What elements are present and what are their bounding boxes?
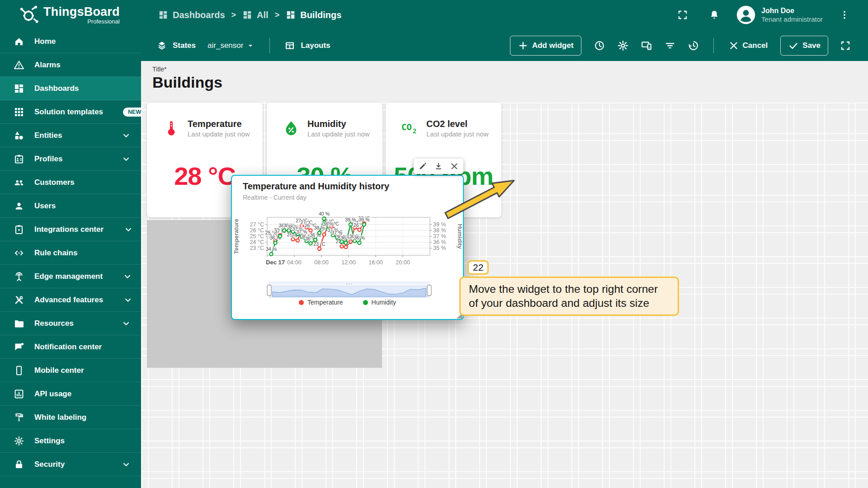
close-widget-button[interactable]: [448, 160, 461, 173]
svg-text:08:00: 08:00: [314, 259, 328, 266]
time-window-button[interactable]: [590, 36, 609, 56]
more-menu-button[interactable]: [835, 5, 854, 25]
sidebar-item-customers[interactable]: Customers: [0, 171, 141, 194]
add-widget-button[interactable]: Add widget: [510, 36, 581, 56]
chevron-down-icon: [123, 272, 132, 282]
card-subtitle: Last update just now: [188, 130, 250, 138]
sidebar-item-alarms[interactable]: Alarms: [0, 53, 141, 77]
card-subtitle: Last update just now: [426, 130, 489, 138]
sidebar-item-profiles[interactable]: Profiles: [0, 147, 141, 171]
svg-text:37 %: 37 %: [433, 233, 446, 239]
sidebar-item-notification-center[interactable]: Notification center: [0, 335, 141, 359]
filters-icon: [664, 40, 676, 52]
widget-action-toolbar: [414, 159, 463, 174]
id-badge-icon: [14, 154, 24, 164]
breadcrumb-item-dashboards[interactable]: Dashboards: [158, 10, 225, 20]
breadcrumb-item-all[interactable]: All: [242, 10, 269, 20]
user-name: John Doe: [761, 6, 823, 15]
save-button[interactable]: Save: [780, 36, 828, 56]
dashboards-icon: [14, 83, 24, 94]
svg-text:39 %: 39 %: [359, 217, 370, 222]
dashboards-icon: [158, 10, 168, 20]
user-menu[interactable]: John Doe Tenant administrator: [736, 5, 823, 25]
sidebar-item-mobile-center[interactable]: Mobile center: [0, 359, 141, 382]
sidebar-item-entities[interactable]: Entities: [0, 124, 141, 147]
title-field-label: Title*: [152, 66, 222, 73]
edit-widget-button[interactable]: [416, 160, 429, 173]
sidebar-item-security[interactable]: Security: [0, 453, 141, 476]
gear-icon: [14, 436, 24, 446]
download-widget-button[interactable]: [432, 160, 445, 173]
notifications-bell-button[interactable]: [704, 5, 724, 25]
cancel-button[interactable]: Cancel: [724, 40, 773, 51]
time-window-icon: [594, 40, 605, 52]
svg-text:CO: CO: [401, 122, 412, 132]
entity-aliases-button[interactable]: [637, 36, 656, 56]
caret-down-icon: [246, 41, 255, 50]
sidebar-item-label: Mobile center: [34, 366, 84, 375]
fullscreen-header-button[interactable]: [673, 5, 693, 25]
fullscreen-icon: [840, 40, 851, 51]
sidebar-item-users[interactable]: Users: [0, 194, 141, 218]
sidebar-item-settings[interactable]: Settings: [0, 429, 141, 453]
sidebar-item-advanced-features[interactable]: Advanced features: [0, 288, 141, 312]
svg-text:35 %: 35 %: [433, 245, 446, 251]
layouts-button[interactable]: Layouts: [301, 41, 330, 50]
sidebar-item-label: API usage: [34, 389, 71, 399]
dashboard-settings-button[interactable]: [613, 36, 633, 56]
card-title: Humidity: [307, 119, 370, 129]
close-icon: [728, 40, 739, 51]
avatar: [736, 5, 756, 25]
chevron-down-icon: [121, 154, 131, 164]
thingsboard-logo[interactable]: ThingsBoard Professional: [0, 5, 122, 25]
download-icon: [434, 162, 443, 171]
legend-item-temperature[interactable]: Temperature: [299, 299, 343, 306]
dashboards-icon: [242, 10, 252, 20]
svg-text:25 °C: 25 °C: [250, 233, 264, 239]
temperature-humidity-history-widget[interactable]: Temperature and Humidity history Realtim…: [231, 175, 464, 320]
sidebar-item-label: Notification center: [34, 343, 102, 352]
logo-subtitle: Professional: [87, 18, 120, 25]
sidebar-item-api-usage[interactable]: API usage: [0, 382, 141, 406]
filters-button[interactable]: [660, 36, 680, 56]
svg-text:2: 2: [413, 127, 417, 135]
humidity-drop-icon: [282, 119, 300, 137]
sidebar-item-dashboards[interactable]: Dashboards: [0, 77, 141, 100]
svg-text:38 %: 38 %: [323, 221, 334, 227]
svg-text:39 %: 39 %: [345, 217, 356, 222]
folder-icon: [14, 318, 24, 329]
version-control-button[interactable]: [684, 36, 703, 56]
sidebar-item-rule-chains[interactable]: Rule chains: [0, 241, 141, 265]
legend-item-humidity[interactable]: Humidity: [363, 299, 396, 306]
sidebar-item-resources[interactable]: Resources: [0, 312, 141, 335]
breadcrumb: Dashboards>All>Buildings: [158, 10, 341, 20]
sidebar-item-label: Rule chains: [34, 249, 77, 258]
chevron-down-icon: [123, 295, 133, 305]
sidebar-item-edge-management[interactable]: Edge management: [0, 265, 141, 288]
navigator-left-handle[interactable]: [267, 285, 271, 296]
fullscreen-toolbar-button[interactable]: [835, 36, 855, 56]
states-select[interactable]: air_sensor: [208, 41, 255, 50]
dashboard-title-input[interactable]: Buildings: [152, 74, 222, 91]
person-icon: [14, 201, 24, 211]
sidebar-item-solution-templates[interactable]: Solution templatesNEW: [0, 100, 141, 124]
apps-grid-icon: [14, 107, 24, 117]
sidebar-item-label: Customers: [34, 178, 75, 187]
legend-dot: [299, 300, 304, 305]
svg-text:36 %: 36 %: [433, 239, 446, 245]
user-role: Tenant administrator: [761, 15, 823, 24]
annotation-step-number: 22: [467, 260, 489, 275]
sidebar-item-label: Dashboards: [34, 84, 79, 93]
navigator-right-handle[interactable]: [427, 285, 431, 296]
svg-text:39 %: 39 %: [433, 221, 446, 228]
sidebar-item-white-labeling[interactable]: White labeling: [0, 406, 141, 429]
breadcrumb-item-buildings[interactable]: Buildings: [286, 10, 341, 20]
sidebar-item-home[interactable]: Home: [0, 30, 141, 53]
code-brackets-icon: [14, 248, 24, 258]
breadcrumb-separator: >: [275, 10, 280, 20]
chart-legend: TemperatureHumidity: [232, 299, 463, 306]
chevron-down-icon: [121, 319, 131, 328]
sidebar-item-integrations-center[interactable]: Integrations center: [0, 218, 141, 241]
dashboard-canvas: Title* Buildings TemperatureLast update …: [141, 61, 868, 488]
svg-text:26 °C: 26 °C: [250, 227, 264, 234]
